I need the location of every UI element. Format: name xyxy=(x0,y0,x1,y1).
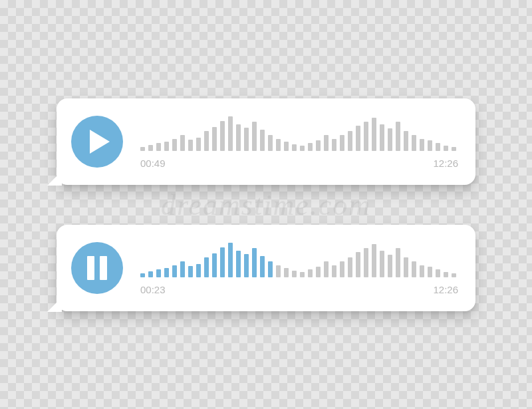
waveform-bar xyxy=(396,248,400,277)
waveform-bar xyxy=(252,122,257,151)
waveform-bar xyxy=(396,122,400,151)
total-time: 12:26 xyxy=(433,284,458,295)
total-time: 12:26 xyxy=(433,158,458,169)
waveform-bar xyxy=(332,139,336,151)
waveform-bar xyxy=(332,265,336,277)
waveform-bar xyxy=(452,147,456,151)
waveform-bar xyxy=(148,145,153,151)
waveform-bar xyxy=(212,253,217,277)
waveform-bar xyxy=(204,257,209,277)
waveform-bar xyxy=(196,138,201,151)
waveform-bar xyxy=(364,122,368,151)
waveform-bar xyxy=(276,265,281,277)
pause-button[interactable] xyxy=(71,242,123,294)
waveform-bar xyxy=(412,261,416,277)
waveform-bar xyxy=(276,139,281,151)
waveform-bar xyxy=(340,135,344,151)
waveform-bar xyxy=(444,272,448,277)
waveform-bar xyxy=(220,247,225,277)
time-row: 00:23 12:26 xyxy=(140,284,460,295)
waveform-bar xyxy=(356,126,360,151)
voice-message-content: 00:49 12:26 xyxy=(140,114,460,169)
waveform-bar xyxy=(388,128,392,151)
waveform-bar xyxy=(428,267,432,277)
waveform-bar xyxy=(316,267,321,277)
waveform-bar xyxy=(308,143,313,151)
waveform-bar xyxy=(180,261,185,277)
waveform-bar xyxy=(188,140,193,151)
waveform-bar xyxy=(164,142,169,151)
waveform-bar xyxy=(300,146,305,151)
waveform-bar xyxy=(244,128,249,151)
waveform-bar xyxy=(156,269,161,277)
waveform-bar xyxy=(300,272,305,277)
waveform-bar xyxy=(292,144,297,151)
waveform-bar xyxy=(220,121,225,151)
waveform-bar xyxy=(348,131,352,151)
waveform-bar xyxy=(252,248,257,277)
waveform-bar xyxy=(308,269,313,277)
waveform-bar xyxy=(196,264,201,277)
waveform-bar xyxy=(244,254,249,277)
waveform-bar xyxy=(164,268,169,277)
waveform-bar xyxy=(436,143,440,151)
play-button[interactable] xyxy=(71,116,123,168)
elapsed-time: 00:23 xyxy=(140,284,166,295)
waveform-bar xyxy=(268,261,273,277)
waveform[interactable] xyxy=(140,114,460,151)
waveform-bar xyxy=(380,124,384,151)
waveform-bar xyxy=(316,140,321,151)
waveform-bar xyxy=(212,127,217,151)
waveform-bar xyxy=(436,269,440,277)
voice-message-bubble: 00:23 12:26 xyxy=(57,225,475,311)
waveform-bar xyxy=(172,265,177,277)
waveform-bar xyxy=(364,248,368,277)
waveform-bar xyxy=(268,135,273,151)
waveform-bar xyxy=(324,261,329,277)
waveform-bar xyxy=(228,243,233,277)
waveform-bar xyxy=(292,271,297,277)
waveform-bar xyxy=(284,268,289,277)
play-icon xyxy=(90,130,110,154)
waveform-bar xyxy=(444,146,448,151)
waveform-bar xyxy=(148,271,153,277)
waveform-bar xyxy=(180,135,185,151)
waveform[interactable] xyxy=(140,240,460,277)
pause-icon xyxy=(87,256,107,280)
elapsed-time: 00:49 xyxy=(140,158,166,169)
waveform-bar xyxy=(356,252,360,277)
waveform-bar xyxy=(236,124,241,151)
waveform-bar xyxy=(348,257,352,277)
voice-message-content: 00:23 12:26 xyxy=(140,240,460,295)
waveform-bar xyxy=(260,256,265,277)
waveform-bar xyxy=(324,135,329,151)
waveform-bar xyxy=(284,142,289,151)
time-row: 00:49 12:26 xyxy=(140,158,460,169)
waveform-bar xyxy=(452,273,456,277)
waveform-bar xyxy=(140,273,145,277)
waveform-bar xyxy=(412,135,416,151)
watermark-text: dreamstime.com xyxy=(161,188,371,221)
waveform-bar xyxy=(404,131,408,151)
waveform-bar xyxy=(420,139,424,151)
waveform-bar xyxy=(228,116,233,151)
waveform-bar xyxy=(172,139,177,151)
voice-message-bubble: 00:49 12:26 xyxy=(57,98,475,185)
waveform-bar xyxy=(388,255,392,277)
waveform-bar xyxy=(188,266,193,277)
waveform-bar xyxy=(372,118,376,151)
waveform-bar xyxy=(404,257,408,277)
waveform-bar xyxy=(380,251,384,277)
waveform-bar xyxy=(428,140,432,151)
waveform-bar xyxy=(340,261,344,277)
waveform-bar xyxy=(140,147,145,151)
waveform-bar xyxy=(372,244,376,277)
waveform-bar xyxy=(204,131,209,151)
waveform-bar xyxy=(236,251,241,277)
waveform-bar xyxy=(260,130,265,151)
waveform-bar xyxy=(156,143,161,151)
waveform-bar xyxy=(420,265,424,277)
